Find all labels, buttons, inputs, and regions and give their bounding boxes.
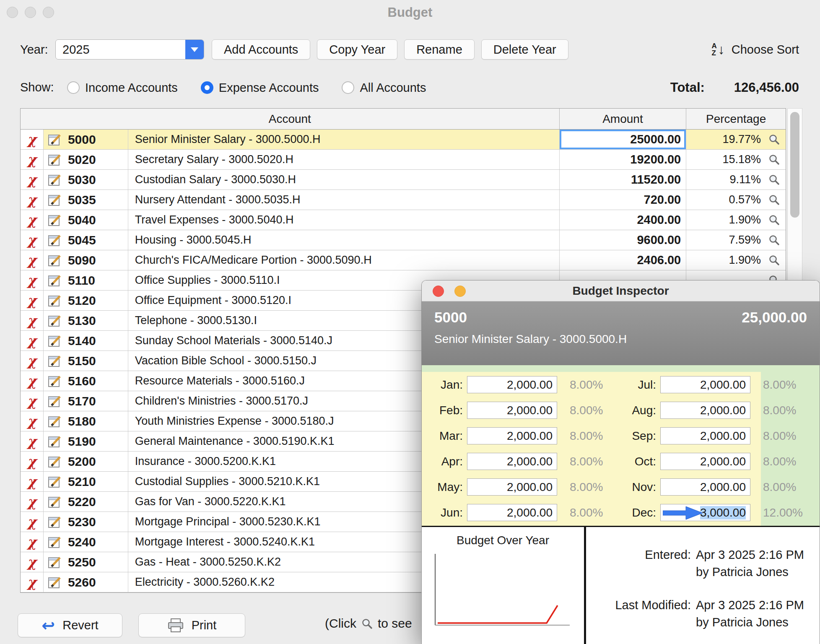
delete-icon[interactable]: χ (27, 394, 36, 408)
print-button[interactable]: Print (138, 613, 245, 637)
minimize-window-button[interactable] (25, 7, 36, 18)
amount-cell[interactable]: 2400.00 (560, 210, 687, 230)
magnifier-icon[interactable] (768, 234, 780, 246)
month-input-left[interactable]: 2,000.00 (467, 504, 557, 521)
delete-cell[interactable]: χ (21, 311, 44, 330)
month-input-right[interactable]: 2,000.00 (660, 478, 750, 496)
delete-cell[interactable]: χ (21, 492, 44, 512)
delete-icon[interactable]: χ (27, 575, 36, 589)
dropdown-button[interactable] (185, 40, 204, 59)
table-row[interactable]: χ 5090 Church's FICA/Medicare Portion - … (21, 250, 786, 270)
delete-cell[interactable]: χ (21, 411, 44, 431)
delete-icon[interactable]: χ (27, 314, 36, 327)
month-input-left[interactable]: 2,000.00 (467, 478, 557, 496)
delete-icon[interactable]: χ (27, 414, 36, 428)
delete-icon[interactable]: χ (27, 253, 36, 267)
delete-icon[interactable]: χ (27, 334, 36, 348)
edit-icon[interactable] (48, 495, 62, 509)
inspector-minimize-button[interactable] (454, 286, 466, 297)
delete-icon[interactable]: χ (27, 193, 36, 207)
month-input-left[interactable]: 2,000.00 (467, 376, 557, 393)
magnifier-icon[interactable] (768, 214, 780, 226)
month-input-right[interactable]: 2,000.00 (660, 402, 750, 419)
amount-cell[interactable]: 720.00 (560, 190, 687, 210)
amount-cell[interactable]: 9600.00 (560, 230, 687, 250)
radio-expense-accounts[interactable]: Expense Accounts (201, 81, 319, 95)
delete-icon[interactable]: χ (27, 153, 36, 166)
magnifier-icon[interactable] (768, 254, 780, 266)
delete-cell[interactable]: χ (21, 351, 44, 371)
magnifier-icon[interactable] (768, 154, 780, 165)
edit-icon[interactable] (48, 334, 62, 348)
table-row[interactable]: χ 5000 Senior Minister Salary - 3000.500… (21, 130, 786, 150)
edit-icon[interactable] (48, 455, 62, 468)
zoom-window-button[interactable] (43, 7, 54, 18)
amount-cell[interactable]: 2406.00 (560, 250, 687, 270)
edit-icon[interactable] (48, 274, 62, 287)
delete-cell[interactable]: χ (21, 130, 44, 149)
delete-icon[interactable]: χ (27, 475, 36, 488)
delete-icon[interactable]: χ (27, 233, 36, 247)
month-input-left[interactable]: 2,000.00 (467, 402, 557, 419)
edit-icon[interactable] (48, 354, 62, 368)
delete-cell[interactable]: χ (21, 371, 44, 391)
amount-cell[interactable]: 11520.00 (560, 170, 687, 190)
table-row[interactable]: χ 5035 Nursery Attendant - 3000.5035.H 7… (21, 190, 786, 210)
edit-icon[interactable] (48, 395, 62, 408)
delete-icon[interactable]: χ (27, 132, 36, 146)
magnifier-icon[interactable] (768, 174, 780, 185)
delete-icon[interactable]: χ (27, 213, 36, 227)
inspector-titlebar[interactable]: Budget Inspector (422, 280, 820, 301)
edit-icon[interactable] (48, 374, 62, 388)
delete-icon[interactable]: χ (27, 374, 36, 388)
edit-icon[interactable] (48, 576, 62, 589)
scrollbar-thumb[interactable] (790, 112, 799, 218)
month-input-right[interactable]: 2,000.00 (660, 453, 750, 470)
edit-icon[interactable] (48, 515, 62, 529)
delete-icon[interactable]: χ (27, 173, 36, 187)
edit-icon[interactable] (48, 475, 62, 488)
delete-icon[interactable]: χ (27, 495, 36, 509)
delete-cell[interactable]: χ (21, 230, 44, 250)
edit-icon[interactable] (48, 173, 62, 187)
delete-cell[interactable]: χ (21, 331, 44, 351)
edit-icon[interactable] (48, 234, 62, 247)
delete-cell[interactable]: χ (21, 190, 44, 210)
table-row[interactable]: χ 5045 Housing - 3000.5045.H 9600.00 7.5… (21, 230, 786, 250)
rename-button[interactable]: Rename (404, 39, 475, 60)
edit-icon[interactable] (48, 254, 62, 267)
radio-all-accounts[interactable]: All Accounts (342, 81, 426, 95)
month-input-right[interactable]: 2,000.00 (660, 376, 750, 393)
delete-cell[interactable]: χ (21, 170, 44, 190)
month-input-right[interactable]: 2,000.00 (660, 427, 750, 444)
radio-income-accounts[interactable]: Income Accounts (67, 81, 178, 95)
delete-cell[interactable]: χ (21, 452, 44, 471)
edit-icon[interactable] (48, 133, 62, 146)
delete-cell[interactable]: χ (21, 512, 44, 532)
amount-cell[interactable]: 25000.00 (560, 130, 687, 149)
month-input-left[interactable]: 2,000.00 (467, 453, 557, 470)
choose-sort-button[interactable]: AZ↓ Choose Sort (712, 39, 799, 60)
delete-icon[interactable]: χ (27, 434, 36, 448)
delete-cell[interactable]: χ (21, 552, 44, 572)
delete-icon[interactable]: χ (27, 454, 36, 468)
edit-icon[interactable] (48, 193, 62, 207)
magnifier-icon[interactable] (768, 194, 780, 205)
revert-button[interactable]: ↩ Revert (18, 613, 122, 637)
edit-icon[interactable] (48, 314, 62, 327)
magnifier-icon[interactable] (768, 134, 780, 145)
inspector-close-button[interactable] (433, 286, 444, 297)
delete-cell[interactable]: χ (21, 532, 44, 552)
amount-cell[interactable]: 19200.00 (560, 150, 687, 169)
edit-icon[interactable] (48, 153, 62, 166)
delete-year-button[interactable]: Delete Year (481, 39, 568, 60)
delete-cell[interactable]: χ (21, 472, 44, 491)
delete-cell[interactable]: χ (21, 210, 44, 230)
close-window-button[interactable] (7, 7, 18, 18)
delete-cell[interactable]: χ (21, 391, 44, 411)
delete-icon[interactable]: χ (27, 273, 36, 287)
edit-icon[interactable] (48, 556, 62, 569)
delete-icon[interactable]: χ (27, 354, 36, 368)
delete-icon[interactable]: χ (27, 515, 36, 529)
delete-cell[interactable]: χ (21, 291, 44, 310)
